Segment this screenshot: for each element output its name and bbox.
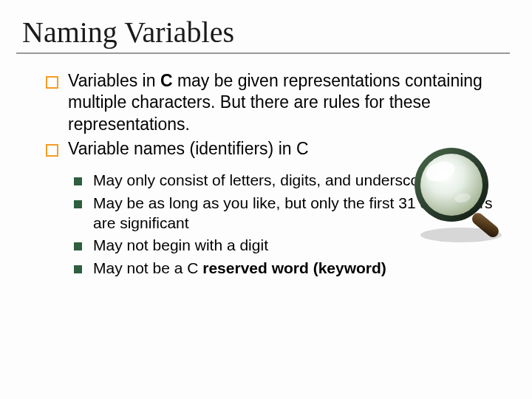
svg-point-3 <box>420 154 482 216</box>
bullet-1-text-bold: C <box>160 71 173 90</box>
subbullet-4-text-bold: reserved word (keyword) <box>202 259 386 276</box>
subbullet-1-text: May only consist of letters, digits, and… <box>93 171 440 188</box>
bullet-2-text: Variable names (identifiers) in C <box>68 139 309 158</box>
magnifying-glass-icon <box>403 140 514 251</box>
slide-title: Naming Variables <box>16 15 510 54</box>
bullet-1: Variables in C may be given representati… <box>46 70 510 135</box>
subbullet-4-text-pre: May not be a C <box>93 259 202 276</box>
subbullet-4: May not be a C reserved word (keyword) <box>74 259 510 279</box>
bullet-1-text-pre: Variables in <box>68 71 160 90</box>
subbullet-3-text: May not begin with a digit <box>93 236 268 253</box>
